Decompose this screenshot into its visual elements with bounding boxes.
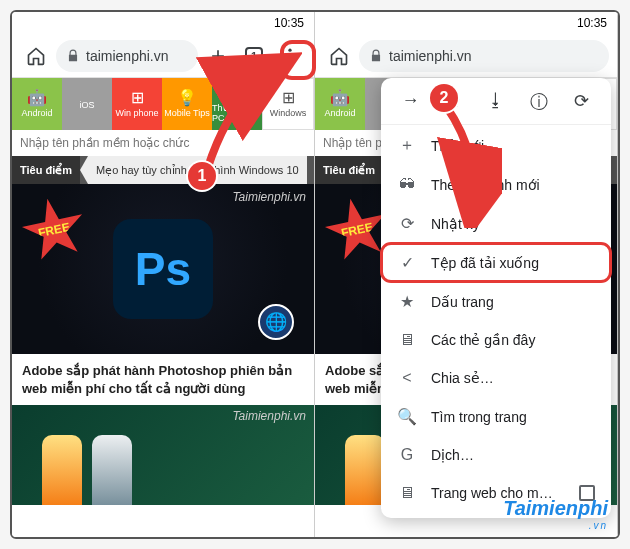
- menu-item-icon: G: [397, 446, 417, 464]
- lock-icon: [369, 49, 383, 63]
- nav-tab-win-phone[interactable]: ⊞Win phone: [112, 78, 162, 130]
- nav-icon: ⊞: [131, 90, 144, 106]
- watermark: Taimienphi.vn: [232, 190, 306, 204]
- search-input[interactable]: [20, 136, 306, 150]
- globe-icon: 🌐: [258, 304, 294, 340]
- download-icon[interactable]: ⭳: [482, 90, 510, 114]
- menu-item-chia-se[interactable]: <Chia sẻ…: [381, 359, 611, 397]
- menu-item-ti-m-trong-trang[interactable]: 🔍Tìm trong trang: [381, 397, 611, 436]
- new-tab-icon[interactable]: [202, 40, 234, 72]
- menu-item-label: Nhật ký: [431, 216, 480, 232]
- crumb-hot[interactable]: Tiêu điểm: [315, 156, 383, 184]
- info-icon[interactable]: ⓘ: [525, 90, 553, 114]
- clock: 10:35: [577, 16, 607, 30]
- menu-item-icon: 🖥: [397, 331, 417, 349]
- nav-tab-android[interactable]: 🤖Android: [315, 78, 365, 130]
- svg-point-2: [288, 60, 291, 63]
- reload-icon[interactable]: ⟳: [568, 90, 596, 114]
- nav-tab-windows[interactable]: ⊞Windows: [262, 78, 314, 130]
- callout-1: 1: [188, 162, 216, 190]
- status-bar: 10:35: [315, 12, 617, 34]
- address-bar[interactable]: taimienphi.vn: [359, 40, 609, 72]
- article-hero[interactable]: Taimienphi.vn FREE Ps 🌐: [12, 184, 314, 354]
- menu-item-nha-t-ky[interactable]: ⟳Nhật ký: [381, 204, 611, 243]
- menu-item-di-ch[interactable]: GDịch…: [381, 436, 611, 474]
- nav-icon: 🖥: [229, 85, 245, 101]
- player-graphic: [345, 435, 385, 505]
- menu-item-the-mo-i[interactable]: ＋Thẻ mới: [381, 125, 611, 166]
- nav-tab-ios[interactable]: iOS: [62, 78, 112, 130]
- watermark: Taimienphi.vn: [232, 409, 306, 423]
- menu-item-ca-c-the-ga-n-a-y[interactable]: 🖥Các thẻ gần đây: [381, 321, 611, 359]
- nav-tab-mobile-tips[interactable]: 💡Mobile Tips: [162, 78, 212, 130]
- phone-left: 10:35 taimienphi.vn 1 🤖AndroidiOS⊞Win ph…: [12, 12, 315, 537]
- tabs-icon[interactable]: 1: [238, 40, 270, 72]
- free-badge: FREE: [16, 192, 92, 268]
- clock: 10:35: [274, 16, 304, 30]
- nav-icon: 🤖: [330, 90, 350, 106]
- nav-label: Android: [324, 108, 355, 118]
- article-headline[interactable]: Adobe sắp phát hành Photoshop phiên bản …: [12, 354, 314, 405]
- menu-item-icon: 🖥: [397, 484, 417, 502]
- menu-item-label: Chia sẻ…: [431, 370, 494, 386]
- home-icon[interactable]: [323, 40, 355, 72]
- menu-item-label: Thẻ ẩn danh mới: [431, 177, 540, 193]
- menu-item-label: Tìm trong trang: [431, 409, 527, 425]
- menu-item-icon: <: [397, 369, 417, 387]
- browser-toolbar: taimienphi.vn: [315, 34, 617, 78]
- player-graphic: [92, 435, 132, 505]
- svg-point-1: [288, 54, 291, 57]
- browser-toolbar: taimienphi.vn 1: [12, 34, 314, 78]
- menu-item-icon: 🕶: [397, 176, 417, 194]
- callout-2: 2: [430, 84, 458, 112]
- phone-right: 10:35 taimienphi.vn 🤖AndroidiOS⊞Win phon…: [315, 12, 618, 537]
- menu-item-label: Dịch…: [431, 447, 474, 463]
- menu-quick-actions: → ☆ ⭳ ⓘ ⟳: [381, 84, 611, 125]
- nav-label: iOS: [79, 100, 94, 110]
- overflow-menu: → ☆ ⭳ ⓘ ⟳ ＋Thẻ mới🕶Thẻ ẩn danh mới⟳Nhật …: [381, 78, 611, 518]
- home-icon[interactable]: [20, 40, 52, 72]
- crumb-hot[interactable]: Tiêu điểm: [12, 156, 80, 184]
- menu-item-label: Dấu trang: [431, 294, 494, 310]
- nav-icon: ⊞: [282, 90, 295, 106]
- nav-label: Win phone: [115, 108, 158, 118]
- breadcrumb: Tiêu điểm Mẹo hay tùy chỉnh màn hình Win…: [12, 156, 314, 184]
- tab-count: 1: [245, 47, 263, 65]
- url-text: taimienphi.vn: [389, 48, 472, 64]
- nav-tab-android[interactable]: 🤖Android: [12, 78, 62, 130]
- menu-item-the-a-n-danh-mo-i[interactable]: 🕶Thẻ ẩn danh mới: [381, 166, 611, 204]
- photoshop-logo: Ps: [113, 219, 213, 319]
- site-nav: 🤖AndroidiOS⊞Win phone💡Mobile Tips🖥Thủ th…: [12, 78, 314, 130]
- forward-icon[interactable]: →: [396, 90, 424, 114]
- menu-item-te-p-a-ta-i-xuo-ng[interactable]: ✓Tệp đã tải xuống: [381, 243, 611, 282]
- menu-item-icon: ＋: [397, 135, 417, 156]
- menu-item-label: Tệp đã tải xuống: [431, 255, 539, 271]
- menu-item-icon: 🔍: [397, 407, 417, 426]
- more-menu-icon[interactable]: [274, 40, 306, 72]
- menu-item-label: Các thẻ gần đây: [431, 332, 535, 348]
- menu-item-da-u-trang[interactable]: ★Dấu trang: [381, 282, 611, 321]
- nav-tab-thủ-thuật-pc[interactable]: 🖥Thủ thuật PC: [212, 78, 262, 130]
- menu-item-label: Thẻ mới: [431, 138, 484, 154]
- article2-hero[interactable]: Taimienphi.vn: [12, 405, 314, 505]
- url-text: taimienphi.vn: [86, 48, 169, 64]
- nav-label: Windows: [270, 108, 307, 118]
- status-bar: 10:35: [12, 12, 314, 34]
- menu-item-icon: ⟳: [397, 214, 417, 233]
- nav-label: Mobile Tips: [164, 108, 210, 118]
- nav-icon: 💡: [177, 90, 197, 106]
- nav-label: Thủ thuật PC: [212, 103, 262, 123]
- brand-watermark: Taimienphi.vn: [503, 497, 608, 531]
- tutorial-frame: 10:35 taimienphi.vn 1 🤖AndroidiOS⊞Win ph…: [10, 10, 620, 539]
- menu-item-icon: ✓: [397, 253, 417, 272]
- nav-icon: 🤖: [27, 90, 47, 106]
- site-search: [12, 130, 314, 156]
- address-bar[interactable]: taimienphi.vn: [56, 40, 198, 72]
- lock-icon: [66, 49, 80, 63]
- svg-point-0: [288, 48, 291, 51]
- nav-label: Android: [21, 108, 52, 118]
- player-graphic: [42, 435, 82, 505]
- menu-item-icon: ★: [397, 292, 417, 311]
